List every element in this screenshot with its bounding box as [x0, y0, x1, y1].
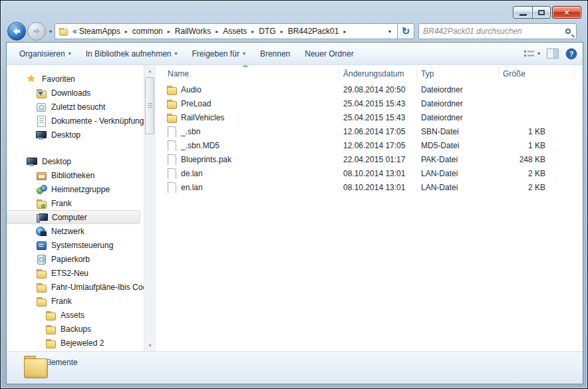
- address-dropdown-caret[interactable]: ▾: [385, 29, 394, 35]
- sidebar-item-ets2-neu[interactable]: ETS2-Neu: [7, 266, 155, 280]
- sidebar-item-papierkorb[interactable]: Papierkorb: [7, 252, 155, 266]
- breadcrumb-chevron-icon[interactable]: ▸: [212, 29, 222, 35]
- sidebar-item-bibliotheken[interactable]: Bibliotheken: [7, 168, 155, 182]
- search-input[interactable]: [423, 27, 565, 36]
- chevron-down-icon: ▾: [243, 51, 245, 57]
- breadcrumb-chevron-icon[interactable]: ▸: [247, 29, 258, 35]
- folder-icon: [36, 268, 47, 279]
- address-bar[interactable]: « SteamApps▸common▸RailWorks▸Assets▸DTG▸…: [55, 23, 398, 39]
- search-box: [418, 23, 577, 39]
- views-dropdown-caret[interactable]: ▾: [537, 51, 540, 57]
- title-bar[interactable]: ×: [1, 1, 587, 21]
- client-area: Organisieren▾In Bibliothek aufnehmen▾Fre…: [6, 42, 583, 384]
- file-row[interactable]: de.lan08.10.2014 13:01LAN-Datei2 KB: [156, 166, 583, 180]
- sidebar-item-frank[interactable]: Frank: [7, 196, 155, 210]
- file-row[interactable]: PreLoad25.04.2015 15:43Dateiordner: [156, 96, 583, 110]
- minimize-button[interactable]: [513, 6, 533, 19]
- toolbar-button-label: In Bibliothek aufnehmen: [86, 49, 172, 59]
- file-row[interactable]: en.lan08.10.2014 13:01LAN-Datei2 KB: [156, 180, 583, 194]
- sidebar-item-fahr-umlaufpl-ne-ibis-codes[interactable]: Fahr-Umlaufpläne-Ibis Codes: [7, 280, 155, 294]
- breadcrumb-chevron-icon[interactable]: ▸: [339, 29, 350, 35]
- sidebar-item-label: Frank: [51, 199, 72, 208]
- sidebar-item-zuletzt-besucht[interactable]: Zuletzt besucht: [7, 100, 155, 114]
- sidebar-item-frank[interactable]: Frank: [7, 294, 155, 308]
- file-date-cell: 12.06.2014 17:05: [339, 141, 417, 150]
- file-list-pane: NameÄnderungsdatumTypGröße Audio29.08.20…: [156, 65, 583, 351]
- breadcrumb-segment[interactable]: SteamApps: [78, 27, 121, 36]
- file-size-cell: 248 KB: [499, 155, 575, 164]
- column-header-label: Name: [168, 69, 189, 78]
- breadcrumb-segment[interactable]: common: [132, 27, 164, 36]
- toolbar-button[interactable]: Organisieren▾: [12, 46, 78, 62]
- file-type-cell: Dateiordner: [417, 99, 499, 108]
- file-row[interactable]: Blueprints.pak22.04.2015 01:17PAK-Datei2…: [156, 152, 583, 166]
- column-header-name[interactable]: Name: [156, 67, 339, 80]
- sidebar-item-label: Zuletzt besucht: [51, 102, 105, 112]
- breadcrumb-segment[interactable]: BR442Pack01: [287, 27, 340, 36]
- sidebar-item-heimnetzgruppe[interactable]: Heimnetzgruppe: [7, 182, 155, 196]
- file-type-cell: PAK-Datei: [417, 155, 499, 164]
- folder-icon: [45, 324, 56, 334]
- folder-icon: [45, 310, 56, 321]
- sidebar-item-label: Backups: [61, 324, 91, 334]
- toolbar-button[interactable]: Brennen: [253, 46, 297, 62]
- breadcrumb-segment[interactable]: DTG: [258, 27, 276, 36]
- breadcrumb-segment[interactable]: Assets: [222, 27, 247, 36]
- toolbar-button[interactable]: In Bibliothek aufnehmen▾: [78, 46, 185, 62]
- column-header-gre[interactable]: Größe: [499, 67, 575, 80]
- scroll-down-icon[interactable]: ▼: [144, 340, 156, 351]
- file-name: Audio: [181, 85, 202, 94]
- column-header-typ[interactable]: Typ: [417, 67, 499, 80]
- column-header-nderungsdatum[interactable]: Änderungsdatum: [339, 67, 417, 80]
- toolbar-button[interactable]: Neuer Ordner: [297, 46, 361, 62]
- sidebar-item-assets[interactable]: Assets: [7, 308, 155, 322]
- file-row[interactable]: RailVehicles25.04.2015 15:43Dateiordner: [156, 110, 583, 124]
- scroll-up-icon[interactable]: ▲: [144, 65, 156, 76]
- toolbar-button[interactable]: Freigeben für▾: [185, 46, 253, 62]
- preview-pane-button[interactable]: [547, 49, 559, 59]
- views-icon: [523, 49, 535, 59]
- sidebar-item-dokumente-verkn-pfung[interactable]: Dokumente - Verknüpfung: [7, 114, 155, 128]
- folder-icon: [166, 98, 177, 109]
- close-button[interactable]: ×: [552, 6, 581, 19]
- file-name: de.lan: [181, 169, 203, 178]
- breadcrumb-chevron-icon[interactable]: ▸: [277, 29, 287, 35]
- sidebar-item-downloads[interactable]: Downloads: [7, 86, 155, 100]
- change-view-button[interactable]: ▾: [523, 49, 540, 59]
- breadcrumb-chevron-icon[interactable]: ▸: [164, 29, 174, 35]
- file-date-cell: 08.10.2014 13:01: [339, 183, 417, 192]
- file-row[interactable]: _.sbn12.06.2014 17:05SBN-Datei1 KB: [156, 124, 583, 138]
- sidebar-item-computer[interactable]: Computer: [7, 210, 140, 224]
- sidebar-scrollbar[interactable]: ▲ ▼: [144, 65, 155, 351]
- file-type-cell: LAN-Datei: [417, 169, 499, 178]
- back-button[interactable]: [7, 22, 26, 41]
- refresh-button[interactable]: ↻: [397, 23, 414, 39]
- file-name: PreLoad: [181, 99, 211, 108]
- scrollbar-thumb[interactable]: [145, 77, 154, 134]
- file-row[interactable]: Audio29.08.2014 20:50Dateiordner: [156, 82, 583, 96]
- sidebar-item-label: Frank: [51, 297, 72, 306]
- sidebar-item-backups[interactable]: Backups: [7, 322, 155, 336]
- current-folder-icon: [24, 356, 49, 378]
- sidebar-item-label: Systemsteuerung: [51, 241, 113, 250]
- breadcrumb-chevron-icon[interactable]: ▸: [121, 29, 132, 35]
- maximize-button[interactable]: [532, 6, 551, 19]
- star-icon: [27, 74, 37, 84]
- file-name-cell: en.lan: [156, 182, 339, 193]
- file-icon: [166, 168, 177, 179]
- sidebar-section-favoriten[interactable]: Favoriten: [7, 72, 155, 86]
- breadcrumb-overflow-chevron[interactable]: «: [69, 27, 78, 36]
- content-area: FavoritenDownloadsZuletzt besuchtDokumen…: [7, 65, 583, 351]
- sidebar-item-systemsteuerung[interactable]: Systemsteuerung: [7, 238, 155, 252]
- network-icon: [36, 226, 47, 237]
- sidebar-item-netzwerk[interactable]: Netzwerk: [7, 224, 155, 238]
- recent-pages-dropdown[interactable]: ▾: [49, 29, 52, 35]
- sidebar-item-label: Netzwerk: [51, 227, 84, 236]
- sidebar-item-bejeweled-2[interactable]: Bejeweled 2: [7, 336, 155, 350]
- sidebar-item-desktop[interactable]: Desktop: [7, 128, 155, 142]
- file-row[interactable]: _.sbn.MD512.06.2014 17:05MD5-Datei1 KB: [156, 138, 583, 152]
- homegroup-icon: [36, 184, 47, 195]
- sidebar-section-desktop[interactable]: Desktop: [7, 154, 155, 168]
- help-button[interactable]: ?: [565, 48, 577, 60]
- breadcrumb-segment[interactable]: RailWorks: [174, 27, 212, 36]
